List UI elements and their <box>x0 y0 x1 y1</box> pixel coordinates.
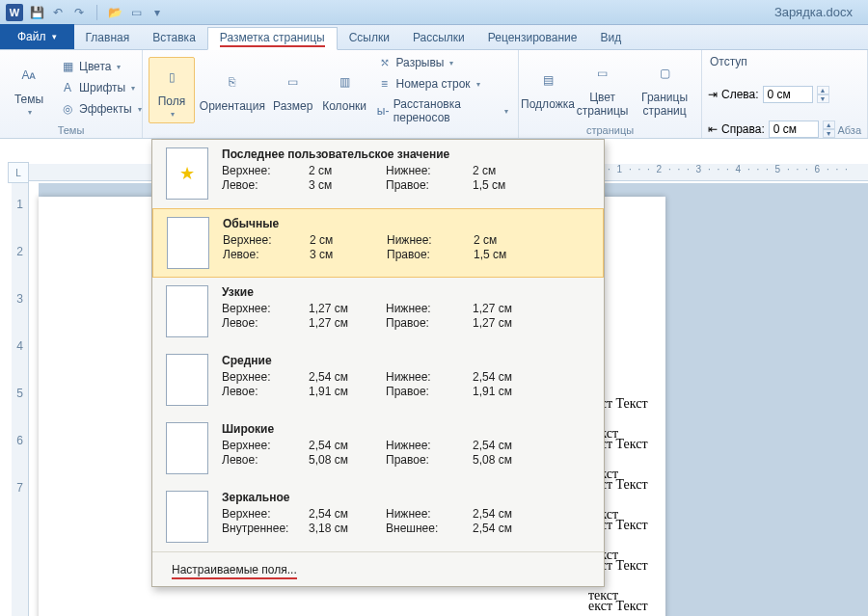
size-button[interactable]: ▭Размер <box>270 63 316 117</box>
undo-icon[interactable]: ↶ <box>50 5 66 20</box>
effects-icon: ◎ <box>60 101 75 117</box>
margin-value: Нижнее: <box>386 164 473 177</box>
group-indent: Отступ ⇥ Слева: ▲▼ ⇤ Справа: ▲▼ Абза <box>702 50 868 138</box>
margin-value: Внешнее: <box>386 522 473 535</box>
indent-right-input[interactable] <box>769 121 819 138</box>
line-numbers-icon: ≡ <box>377 76 393 92</box>
indent-heading: Отступ <box>710 55 861 68</box>
tab-review[interactable]: Рецензирование <box>476 26 589 49</box>
margin-value: Правое: <box>386 178 473 192</box>
margin-preset-item[interactable]: ШирокиеВерхнее:2,54 смНижнее:2,54 смЛево… <box>152 415 604 483</box>
tab-file[interactable]: Файл▾ <box>0 24 74 49</box>
margin-thumb-icon <box>166 422 208 474</box>
effects-button[interactable]: ◎Эффекты▾ <box>56 99 146 119</box>
new-icon[interactable]: ▭ <box>128 5 144 20</box>
tab-references[interactable]: Ссылки <box>338 26 401 49</box>
group-themes: Aᴀ Темы▾ ▦Цвета▾ AШрифты▾ ◎Эффекты▾ Темы <box>0 50 143 138</box>
save-icon[interactable]: 💾 <box>29 5 44 20</box>
themes-button[interactable]: Aᴀ Темы▾ <box>6 56 52 121</box>
breaks-icon: ⤲ <box>377 55 393 70</box>
margin-value: Левое: <box>223 248 310 261</box>
colors-icon: ▦ <box>60 59 75 74</box>
margin-preset-item[interactable]: ОбычныеВерхнее:2 смНижнее:2 смЛевое:3 см… <box>152 208 604 278</box>
margin-thumb-icon: ★ <box>166 147 208 200</box>
margin-title: Широкие <box>222 422 540 436</box>
margin-value: Верхнее: <box>222 164 309 177</box>
group-label-themes: Темы <box>6 122 136 138</box>
quick-access-toolbar: W 💾 ↶ ↷ 📂 ▭ ▾ <box>6 4 165 21</box>
ruler-tick: 7 <box>16 481 23 495</box>
margin-preset-item[interactable]: ★Последнее пользовательское значениеВерх… <box>152 140 604 208</box>
group-page-setup: ▯ Поля▾ ⎘Ориентация ▭Размер ▥Колонки ⤲Ра… <box>143 50 519 138</box>
margin-value: Левое: <box>222 385 309 398</box>
margin-value: Верхнее: <box>222 302 309 315</box>
custom-margins-button[interactable]: Настраиваемые поля... <box>152 551 604 586</box>
ruler-vertical[interactable]: 1234567 <box>12 183 29 616</box>
fonts-icon: A <box>60 80 75 95</box>
open-icon[interactable]: 📂 <box>107 5 122 20</box>
margin-value: 1,27 см <box>309 316 386 330</box>
margin-title: Зеркальное <box>222 491 540 504</box>
group-page-background: ▤Подложка ▭Цвет страницы ▢Границы страни… <box>519 50 702 138</box>
watermark-button[interactable]: ▤Подложка <box>525 61 571 115</box>
fonts-button[interactable]: AШрифты▾ <box>56 78 146 97</box>
margin-value: 3,18 см <box>309 522 386 535</box>
margin-value: 2,54 см <box>309 439 386 452</box>
margin-title: Средние <box>222 354 540 367</box>
separator <box>96 5 97 20</box>
tab-mailings[interactable]: Рассылки <box>401 26 476 49</box>
page-borders-icon: ▢ <box>649 58 680 89</box>
redo-icon[interactable]: ↷ <box>71 5 87 20</box>
indent-left-spinner[interactable]: ▲▼ <box>817 86 829 103</box>
chevron-down-icon: ▾ <box>52 32 57 41</box>
indent-left-input[interactable] <box>763 86 813 103</box>
margin-value: 2,54 см <box>309 507 386 521</box>
margin-value: 1,91 см <box>309 385 386 398</box>
line-numbers-button[interactable]: ≡Номера строк▾ <box>373 74 512 94</box>
margin-value: 2 см <box>309 164 386 177</box>
margin-value: 2 см <box>474 233 541 247</box>
margin-preset-item[interactable]: УзкиеВерхнее:1,27 смНижнее:1,27 смЛевое:… <box>152 278 604 346</box>
margin-value: 1,91 см <box>473 385 540 398</box>
ribbon: Aᴀ Темы▾ ▦Цвета▾ AШрифты▾ ◎Эффекты▾ Темы… <box>0 50 868 139</box>
page-borders-button[interactable]: ▢Границы страниц <box>634 54 695 121</box>
columns-button[interactable]: ▥Колонки <box>320 63 369 117</box>
margin-preset-item[interactable]: ЗеркальноеВерхнее:2,54 смНижнее:2,54 смВ… <box>152 483 604 551</box>
ruler-corner[interactable]: L <box>8 162 29 183</box>
page-size-icon: ▭ <box>278 67 309 97</box>
margin-value: Правое: <box>386 453 473 467</box>
star-icon: ★ <box>167 148 207 199</box>
indent-left: ⇥ Слева: ▲▼ <box>708 86 861 103</box>
page-color-button[interactable]: ▭Цвет страницы <box>575 54 630 121</box>
margin-value: 3 см <box>309 178 386 192</box>
margin-value: Левое: <box>222 178 309 192</box>
orientation-button[interactable]: ⎘Ориентация <box>199 63 266 117</box>
margin-value: Верхнее: <box>222 439 309 452</box>
ruler-tick: 3 <box>16 292 23 306</box>
body-text-line: екст Текст текст <box>588 592 665 616</box>
tab-home[interactable]: Главная <box>74 26 142 49</box>
margin-title: Обычные <box>223 217 541 230</box>
margin-value: Верхнее: <box>222 370 309 384</box>
margins-icon: ▯ <box>156 62 187 93</box>
margin-thumb-icon <box>167 217 209 269</box>
margin-value: Верхнее: <box>223 233 310 247</box>
margin-value: 2,54 см <box>473 507 540 521</box>
paragraph-corner-label: Абза <box>837 124 861 136</box>
margin-preset-item[interactable]: СредниеВерхнее:2,54 смНижнее:2,54 смЛево… <box>152 346 604 415</box>
margin-value: 2,54 см <box>473 439 540 452</box>
word-logo-icon: W <box>6 4 23 21</box>
colors-button[interactable]: ▦Цвета▾ <box>56 57 146 76</box>
tab-insert[interactable]: Вставка <box>141 26 207 49</box>
hyphenation-button[interactable]: ы-Расстановка переносов▾ <box>373 95 512 126</box>
margin-info: ЗеркальноеВерхнее:2,54 смНижнее:2,54 смВ… <box>222 491 590 535</box>
margins-button[interactable]: ▯ Поля▾ <box>149 57 195 123</box>
qat-dropdown-icon[interactable]: ▾ <box>149 5 165 20</box>
margin-thumb-icon <box>166 285 208 337</box>
breaks-button[interactable]: ⤲Разрывы▾ <box>373 53 512 72</box>
margin-value: 3 см <box>310 248 387 261</box>
tab-view[interactable]: Вид <box>588 26 633 49</box>
indent-right-spinner[interactable]: ▲▼ <box>823 121 835 138</box>
themes-icon: Aᴀ <box>14 60 44 91</box>
tab-page-layout[interactable]: Разметка страницы <box>207 27 338 50</box>
